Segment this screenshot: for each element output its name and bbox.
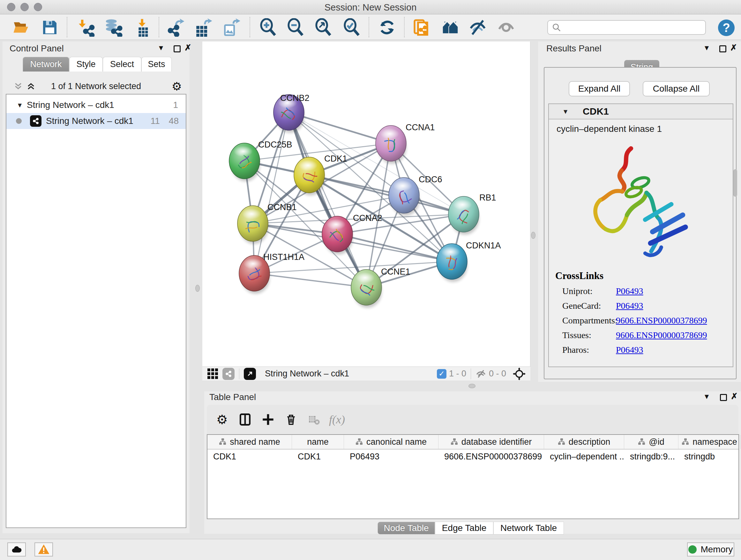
panel-close-icon[interactable]: ✗ xyxy=(730,43,737,53)
selected-counts: 1 - 0 xyxy=(449,369,466,379)
column-header-database-identifier[interactable]: database identifier xyxy=(439,435,544,449)
network-node-ccnb1[interactable]: CCNB1 xyxy=(238,202,297,244)
column-header-name[interactable]: name xyxy=(292,435,344,449)
network-node-cdc25b[interactable]: CDC25B xyxy=(229,140,292,181)
network-row-selected[interactable]: String Network – cdk1 11 48 xyxy=(6,113,186,129)
crosslink-value-link[interactable]: P06493 xyxy=(616,345,643,355)
expand-all-button[interactable]: Expand All xyxy=(569,81,630,97)
network-badge-icon xyxy=(30,115,42,127)
crosslink-value-link[interactable]: 9606.ENSP00000378699 xyxy=(616,330,707,340)
hide-selected-button[interactable] xyxy=(468,18,487,37)
panel-float-icon[interactable] xyxy=(719,45,726,52)
entry-expander-icon[interactable]: ▾ xyxy=(563,107,567,116)
network-node-rb1[interactable]: RB1 xyxy=(448,193,496,235)
tab-select[interactable]: Select xyxy=(103,57,141,71)
network-view-mode-icon[interactable] xyxy=(222,368,234,380)
column-header-description[interactable]: description xyxy=(544,435,624,449)
network-node-cdk1[interactable]: CDK1 xyxy=(294,154,347,195)
control-panel-title: Control Panel xyxy=(10,44,64,54)
column-header--id[interactable]: @id xyxy=(624,435,678,449)
table-cell: P06493 xyxy=(344,449,439,464)
memory-label: Memory xyxy=(700,544,733,555)
function-builder-icon: f(x) xyxy=(326,413,348,426)
add-column-icon[interactable] xyxy=(257,413,280,426)
splitter-handle[interactable] xyxy=(195,285,200,292)
crosslink-value-link[interactable]: P06493 xyxy=(616,286,643,296)
eye-icon xyxy=(497,18,515,37)
refresh-button[interactable] xyxy=(378,18,396,37)
tab-style[interactable]: Style xyxy=(69,57,103,71)
splitter-handle[interactable] xyxy=(468,384,475,388)
eye-slash-icon xyxy=(468,18,487,37)
column-hierarchy-icon xyxy=(638,438,646,446)
panel-close-icon[interactable]: ✗ xyxy=(185,43,192,53)
search-input[interactable] xyxy=(564,22,705,33)
network-edge-count: 48 xyxy=(169,116,179,126)
open-file-button[interactable] xyxy=(12,18,30,37)
network-node-cdkn1a[interactable]: CDKN1A xyxy=(436,241,501,282)
birdseye-crosshair-icon[interactable] xyxy=(513,367,526,381)
zoom-fit-icon xyxy=(314,18,333,37)
panel-menu-icon[interactable]: ▾ xyxy=(704,391,709,401)
zoom-fit-button[interactable] xyxy=(314,18,333,37)
delete-column-icon[interactable] xyxy=(280,413,302,426)
entry-header[interactable]: ▾ CDK1 xyxy=(549,104,733,119)
collapse-all-button[interactable]: Collapse All xyxy=(643,81,710,97)
network-node-hist1h1a[interactable]: HIST1H1A xyxy=(239,252,305,294)
show-columns-icon[interactable] xyxy=(233,413,257,427)
network-node-ccne1[interactable]: CCNE1 xyxy=(351,267,410,308)
tab-edge-table[interactable]: Edge Table xyxy=(435,522,493,535)
warnings-button[interactable] xyxy=(35,543,53,557)
window-title: Session: New Session xyxy=(0,2,741,13)
zoom-selected-button[interactable] xyxy=(342,18,361,37)
save-session-button[interactable] xyxy=(41,18,59,37)
column-header-canonical-name[interactable]: canonical name xyxy=(344,435,439,449)
help-button[interactable]: ? xyxy=(718,19,735,36)
tab-network-table[interactable]: Network Table xyxy=(493,522,564,535)
panel-menu-icon[interactable]: ▾ xyxy=(159,43,163,52)
crosslink-value-link[interactable]: P06493 xyxy=(616,301,643,311)
first-neighbors-button[interactable] xyxy=(441,18,460,37)
panel-close-icon[interactable]: ✗ xyxy=(731,391,738,401)
panel-menu-icon[interactable]: ▾ xyxy=(704,43,709,52)
tab-node-table[interactable]: Node Table xyxy=(378,522,435,535)
import-network-file-button[interactable] xyxy=(77,18,96,37)
tab-network[interactable]: Network xyxy=(23,57,69,71)
duplicate-network-button[interactable] xyxy=(413,18,431,37)
show-all-button[interactable] xyxy=(497,18,515,37)
cloud-icon xyxy=(10,543,23,556)
network-view-canvas[interactable]: CCNB2CCNA1CDC25BCDK1CDC6RB1CCNB1CCNA2CDK… xyxy=(202,42,530,367)
network-collection-row[interactable]: ▾ String Network – cdk1 1 xyxy=(6,97,186,113)
tree-expander-icon[interactable]: ▾ xyxy=(18,101,22,110)
export-image-button[interactable] xyxy=(222,18,240,37)
panel-float-icon[interactable] xyxy=(720,394,727,401)
splitter-handle[interactable] xyxy=(531,232,536,239)
table-cell: CDK1 xyxy=(207,449,292,464)
panel-float-icon[interactable] xyxy=(174,45,181,52)
memory-button[interactable]: Memory xyxy=(687,543,734,557)
detach-view-icon[interactable] xyxy=(244,368,256,380)
import-table-file-button[interactable] xyxy=(132,18,151,37)
export-table-button[interactable] xyxy=(194,18,212,37)
table-gear-icon[interactable]: ⚙ xyxy=(211,412,233,427)
zoom-in-button[interactable] xyxy=(259,18,277,37)
import-network-database-button[interactable] xyxy=(105,18,123,37)
gear-icon[interactable]: ⚙ xyxy=(172,80,182,93)
cloud-button[interactable] xyxy=(7,543,26,557)
column-header-namespace[interactable]: namespace xyxy=(678,435,741,449)
node-label-hist1h1a: HIST1H1A xyxy=(263,252,305,262)
results-scrollbar[interactable] xyxy=(733,169,737,197)
zoom-out-button[interactable] xyxy=(286,18,305,37)
results-panel: Results Panel ▾ ✗ String Expand All Coll… xyxy=(538,42,741,382)
tab-sets[interactable]: Sets xyxy=(141,57,172,71)
grid-mode-icon[interactable] xyxy=(207,368,218,379)
crosslink-label: Pharos: xyxy=(555,345,616,355)
column-header-shared-name[interactable]: shared name xyxy=(207,435,292,449)
toolbar-separator xyxy=(368,17,369,37)
crosslink-value-link[interactable]: 9606.ENSP00000378699 xyxy=(616,315,707,326)
selected-checkbox-icon[interactable]: ✓ xyxy=(437,369,447,379)
network-node-cdc6[interactable]: CDC6 xyxy=(389,175,442,216)
table-row[interactable]: CDK1CDK1P064939606.ENSP00000378699cyclin… xyxy=(207,449,738,464)
export-network-button[interactable] xyxy=(166,18,185,37)
crosslink-label: Compartments: xyxy=(555,315,616,326)
